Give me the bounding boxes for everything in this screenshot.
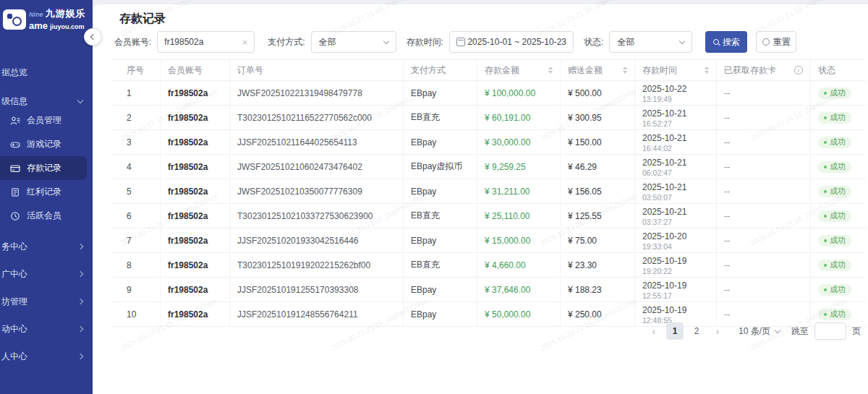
sort-icon[interactable] <box>623 67 627 74</box>
status-badge: 成功 <box>818 284 851 296</box>
payment-method-select[interactable]: 全部 <box>311 31 396 53</box>
sidebar-item-bonus-records[interactable]: 红利记录 <box>0 180 87 204</box>
clock-icon <box>10 211 20 221</box>
page-button-1[interactable]: 1 <box>666 322 684 340</box>
cell-deposit-amount: ¥ 60,191.00 <box>477 106 561 129</box>
sidebar-item-label: 红利记录 <box>27 186 61 198</box>
cell-bonus-amount: ¥ 150.00 <box>561 130 635 154</box>
cell-deposit-time: 2025-10-2103:37:27 <box>635 204 717 228</box>
account-input[interactable]: fr198502a × <box>157 31 255 53</box>
sidebar-group-promotion-center[interactable]: 广中心 <box>0 260 93 288</box>
column-header-payment-method: 支付方式 <box>404 60 477 80</box>
cell-serial: 3 <box>112 130 161 154</box>
status-badge: 成功 <box>818 161 851 173</box>
cell-payment-method: EBpay <box>404 179 477 203</box>
date-range-start: 2025-10-01 <box>467 37 511 47</box>
cell-deposit-card: -- <box>717 155 811 179</box>
cell-deposit-card: -- <box>717 106 811 129</box>
status-label: 状态: <box>584 36 603 48</box>
cell-bonus-amount: ¥ 300.95 <box>561 106 635 129</box>
status-dot <box>824 239 827 242</box>
status-dot <box>824 288 827 291</box>
payment-method-label: 支付方式: <box>268 36 305 48</box>
chevron-down-icon <box>77 97 83 103</box>
info-icon[interactable]: i <box>794 66 803 74</box>
column-header-deposit-amount: 存款金额 <box>477 60 561 80</box>
sidebar-group-finance-center[interactable]: 务中心 <box>0 233 93 260</box>
cell-account: fr198502a <box>161 228 230 252</box>
sidebar-group-activity-center[interactable]: 动中心 <box>0 315 93 343</box>
sidebar-sub-group: 会员管理 游戏记录 存款记录 红利记录 <box>0 108 93 228</box>
cell-order-no: JJSF202510191255170393308 <box>230 278 404 301</box>
cell-deposit-amount: ¥ 100,000.00 <box>477 81 561 105</box>
cell-serial: 6 <box>112 204 161 228</box>
cell-account: fr198502a <box>161 179 230 203</box>
table-row: 8fr198502aT30230125101919202215262bf00EB… <box>112 253 866 278</box>
cell-status: 成功 <box>811 106 866 129</box>
cell-account: fr198502a <box>161 302 230 326</box>
next-page-button[interactable]: › <box>710 322 726 340</box>
gamepad-icon <box>10 140 20 150</box>
table-header-row: 序号 会员账号 订单号 支付方式 存款金额 赠送金额 存款时间 已获取存款卡 i… <box>112 60 866 81</box>
search-button[interactable]: 搜索 <box>705 31 747 53</box>
cell-status: 成功 <box>811 179 866 203</box>
cell-serial: 1 <box>112 81 161 105</box>
status-badge: 成功 <box>818 235 851 247</box>
table-row: 5fr198502aJWSF202510210350077776309EBpay… <box>112 179 866 204</box>
table-row: 6fr198502aT302301251021033727530623900EB… <box>112 204 866 228</box>
brand-name-en: Nine <box>29 11 43 18</box>
column-header-serial: 序号 <box>112 60 161 80</box>
cell-deposit-time: 2025-10-2116:44:02 <box>635 130 717 154</box>
cell-deposit-amount: ¥ 30,000.00 <box>477 130 561 154</box>
sidebar-group-shop-management[interactable]: 坊管理 <box>0 288 93 315</box>
page-button-2[interactable]: 2 <box>688 322 705 340</box>
sidebar-collapse-button[interactable] <box>84 28 101 46</box>
cell-deposit-amount: ¥ 31,211.00 <box>477 179 561 203</box>
deposit-time-label: 存款时间: <box>407 36 443 48</box>
column-header-bonus-amount: 赠送金额 <box>561 60 635 80</box>
sidebar-item-label: 坊管理 <box>1 296 27 308</box>
brand-logo-icon <box>3 9 26 30</box>
page-size-select[interactable]: 10 条/页 <box>739 325 780 338</box>
cell-deposit-time: 2025-10-2103:50:07 <box>635 179 717 203</box>
sidebar-group-personal-center[interactable]: 人中心 <box>0 343 93 370</box>
cell-deposit-time: 2025-10-2106:02:47 <box>635 155 717 179</box>
sidebar-item-game-records[interactable]: 游戏记录 <box>0 132 87 156</box>
reset-button[interactable]: 重置 <box>756 31 796 53</box>
sidebar-top-group: 据总览 级信息 <box>0 58 93 116</box>
sidebar-item-overview[interactable]: 据总览 <box>0 58 93 87</box>
status-badge: 成功 <box>818 87 851 99</box>
cell-account: fr198502a <box>161 130 230 154</box>
cell-order-no: T302301251021033727530623900 <box>230 204 404 228</box>
sort-icon[interactable] <box>548 67 553 74</box>
sidebar-item-active-members[interactable]: 活跃会员 <box>0 204 87 228</box>
prev-page-button[interactable]: ‹ <box>646 322 662 340</box>
chevron-right-icon <box>77 271 83 277</box>
chevron-right-icon <box>77 326 83 332</box>
sidebar-item-label: 据总览 <box>1 67 27 79</box>
status-badge: 成功 <box>818 260 851 271</box>
brand-name-en2: ame <box>29 20 48 31</box>
search-icon <box>713 39 719 45</box>
cell-bonus-amount: ¥ 46.29 <box>561 155 635 179</box>
cell-payment-method: EB直充 <box>404 204 477 228</box>
deposit-time-range-picker[interactable]: 2025-10-01 ~ 2025-10-23 <box>449 31 574 53</box>
cell-deposit-card: -- <box>717 278 811 301</box>
cell-account: fr198502a <box>161 253 230 277</box>
sidebar-item-member-management[interactable]: 会员管理 <box>0 108 87 132</box>
jump-page-input[interactable] <box>814 322 846 340</box>
sidebar-item-label: 级信息 <box>1 95 27 108</box>
filter-bar: 会员账号: fr198502a × 支付方式: 全部 存款时间: 2025-10… <box>114 31 796 53</box>
status-badge: 成功 <box>818 186 851 197</box>
cell-account: fr198502a <box>161 204 230 228</box>
clear-icon[interactable]: × <box>242 38 248 47</box>
date-range-separator: ~ <box>514 37 519 47</box>
column-header-account: 会员账号 <box>161 60 230 80</box>
cell-bonus-amount: ¥ 188.23 <box>561 278 635 301</box>
status-dot <box>824 116 827 119</box>
cell-deposit-card: -- <box>717 130 811 154</box>
status-select[interactable]: 全部 <box>609 31 692 53</box>
cell-deposit-time: 2025-10-1919:20:22 <box>635 253 717 277</box>
sidebar-item-deposit-records[interactable]: 存款记录 <box>0 156 87 180</box>
sort-icon[interactable] <box>705 67 709 74</box>
